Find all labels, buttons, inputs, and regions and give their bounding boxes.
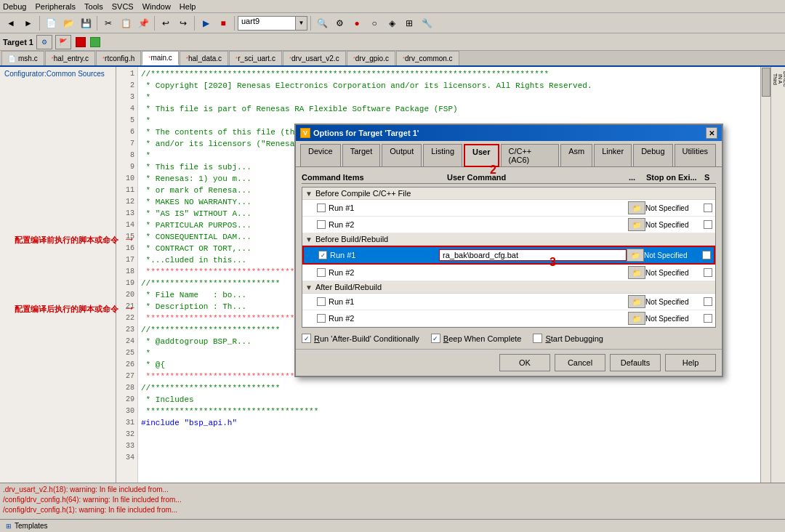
options-dialog: V Options for Target 'Target 1' ✕ Device…: [294, 124, 723, 377]
menu-help[interactable]: Help: [180, 2, 196, 11]
section-before-compile[interactable]: ▼ Before Compile C/C++ File: [302, 188, 715, 200]
before-build-run2-stop[interactable]: [704, 268, 712, 277]
menu-tools[interactable]: Tools: [84, 2, 103, 11]
section-after-build[interactable]: ▼ After Build/Rebuild: [302, 281, 715, 294]
after-build-run1-folder[interactable]: 📁: [628, 295, 645, 308]
menu-debug[interactable]: Debug: [3, 2, 26, 11]
toolbar-stop-btn[interactable]: ■: [215, 15, 231, 31]
sidebar-configurator[interactable]: Configurator:Common Sources: [1, 68, 114, 79]
after-build-run1[interactable]: Run #1 📁 Not Specified: [302, 294, 715, 310]
before-build-run1-stop[interactable]: [702, 251, 711, 259]
scrollbar-thumb[interactable]: [762, 68, 770, 97]
after-build-run2-stop[interactable]: [704, 314, 712, 323]
before-compile-run1-value[interactable]: [438, 207, 628, 209]
templates-label: Templates: [15, 522, 48, 530]
target-label: Target 1: [3, 38, 33, 47]
before-build-run2-folder[interactable]: 📁: [628, 266, 645, 279]
tab-msh[interactable]: 📄 msh.c: [1, 51, 44, 65]
line-numbers: 12345 678910 1112131415 1617181920 21222…: [116, 67, 138, 483]
toolbar-undo-btn[interactable]: ↩: [158, 15, 174, 31]
tab-hal-data[interactable]: * hal_data.c: [180, 51, 228, 65]
target-combo-arrow[interactable]: ▼: [296, 16, 307, 31]
target-combo-text[interactable]: uart9: [238, 16, 296, 31]
target-flag-btn[interactable]: 🚩: [55, 35, 71, 49]
tab-r-sci-uart[interactable]: * r_sci_uart.c: [229, 51, 282, 65]
toolbar-redo-btn[interactable]: ↪: [175, 15, 191, 31]
dialog-close-btn[interactable]: ✕: [706, 127, 717, 139]
after-build-run2-checkbox[interactable]: [317, 314, 326, 323]
before-build-run2-checkbox[interactable]: [317, 268, 326, 277]
before-build-run1[interactable]: ✓ Run #1 ra_bak\board_cfg.bat 📁 Not Spec…: [302, 246, 715, 265]
toolbar-save-btn[interactable]: 💾: [78, 15, 94, 31]
after-build-run1-checkbox[interactable]: [317, 297, 326, 306]
menu-svcs[interactable]: SVCS: [112, 2, 134, 11]
menu-window[interactable]: Window: [142, 2, 171, 11]
tab-drv-common[interactable]: * drv_common.c: [396, 51, 459, 65]
dialog-tab-output[interactable]: Output: [382, 144, 422, 166]
toolbar-build-btn[interactable]: ▶: [198, 15, 214, 31]
after-build-run1-value[interactable]: [438, 301, 628, 302]
before-build-run1-checkbox[interactable]: ✓: [318, 251, 327, 259]
before-compile-run1-stop[interactable]: [704, 203, 712, 212]
toolbar-cut-btn[interactable]: ✂: [100, 15, 116, 31]
menu-peripherals[interactable]: Peripherals: [35, 2, 76, 11]
toolbar-open-btn[interactable]: 📂: [60, 15, 76, 31]
toolbar-new-btn[interactable]: 📄: [43, 15, 59, 31]
toolbar-copy-btn[interactable]: 📋: [118, 15, 134, 31]
before-build-run1-folder[interactable]: 📁: [627, 249, 644, 262]
after-build-run2-value[interactable]: [438, 318, 628, 319]
before-compile-run2-checkbox[interactable]: [317, 220, 326, 229]
after-build-run1-stop[interactable]: [704, 297, 712, 306]
target-config-btn[interactable]: ⚙: [36, 35, 52, 49]
dialog-ok-btn[interactable]: OK: [499, 354, 550, 371]
dialog-tab-target[interactable]: Target: [342, 144, 381, 166]
dialog-help-btn[interactable]: Help: [665, 354, 716, 371]
toolbar-paste-btn[interactable]: 📌: [135, 15, 151, 31]
before-compile-run1-checkbox[interactable]: [317, 203, 326, 212]
tab-drv-usart[interactable]: * drv_usart_v2.c: [283, 51, 346, 65]
tab-main[interactable]: * main.c: [142, 51, 179, 65]
toolbar-back-btn[interactable]: ◄: [3, 15, 19, 31]
before-build-run2[interactable]: Run #2 📁 Not Specified: [302, 265, 715, 281]
before-compile-run2-stop[interactable]: [704, 220, 712, 229]
dialog-tab-utilities[interactable]: Utilities: [675, 144, 716, 166]
after-build-run2[interactable]: Run #2 📁 Not Specified: [302, 310, 715, 327]
before-compile-run2-value[interactable]: [438, 224, 628, 225]
after-build-run2-folder[interactable]: 📁: [628, 312, 645, 325]
before-compile-run2[interactable]: Run #2 📁 Not Specified: [302, 217, 715, 233]
tab-drv-gpio[interactable]: * drv_gpio.c: [347, 51, 395, 65]
dialog-tab-cpp[interactable]: C/C++ (AC6): [501, 144, 560, 166]
code-line-1: //**************************************…: [141, 68, 757, 80]
dialog-cancel-btn[interactable]: Cancel: [555, 354, 605, 371]
dialog-defaults-btn[interactable]: Defaults: [610, 354, 661, 371]
tab-drv-gpio-label: drv_gpio.c: [355, 55, 389, 63]
before-compile-run1-folder[interactable]: 📁: [628, 201, 645, 214]
code-scrollbar[interactable]: [760, 67, 770, 483]
toolbar-wrench-btn[interactable]: 🔧: [419, 15, 435, 31]
before-compile-run1[interactable]: Run #1 📁 Not Specified: [302, 200, 715, 217]
opt-start-debug-checkbox[interactable]: [533, 334, 542, 343]
dialog-tab-debug[interactable]: Debug: [633, 144, 672, 166]
tab-rtconfig[interactable]: * rtconfig.h: [96, 51, 141, 65]
section-before-build[interactable]: ▼ Before Build/Rebuild: [302, 233, 715, 246]
opt-run-after-build-label: RRun 'After-Build' Conditionallyun 'Afte…: [314, 334, 419, 343]
tab-hal-entry[interactable]: * hal_entry.c: [45, 51, 95, 65]
toolbar-grid-btn[interactable]: ⊞: [401, 15, 417, 31]
before-build-run2-value[interactable]: [438, 272, 628, 273]
opt-beep-checkbox[interactable]: [431, 334, 440, 343]
toolbar-more-btn[interactable]: ◈: [384, 15, 400, 31]
toolbar-target-combo[interactable]: uart9 ▼: [238, 16, 307, 31]
toolbar-search-btn[interactable]: 🔍: [314, 15, 330, 31]
before-compile-run2-not-specified: Not Specified: [645, 221, 704, 229]
before-build-run1-value[interactable]: ra_bak\board_cfg.bat: [439, 249, 627, 261]
dialog-tab-listing[interactable]: Listing: [423, 144, 462, 166]
opt-run-after-build-checkbox[interactable]: [302, 334, 311, 343]
dialog-tab-asm[interactable]: Asm: [560, 144, 592, 166]
toolbar-run-btn[interactable]: ○: [366, 15, 382, 31]
toolbar-debug-btn[interactable]: ●: [349, 15, 365, 31]
before-compile-run2-folder[interactable]: 📁: [628, 218, 645, 231]
dialog-tab-linker[interactable]: Linker: [594, 144, 632, 166]
dialog-tab-device[interactable]: Device: [300, 144, 341, 166]
toolbar-settings-btn[interactable]: ⚙: [331, 15, 347, 31]
toolbar-forward-btn[interactable]: ►: [20, 15, 36, 31]
